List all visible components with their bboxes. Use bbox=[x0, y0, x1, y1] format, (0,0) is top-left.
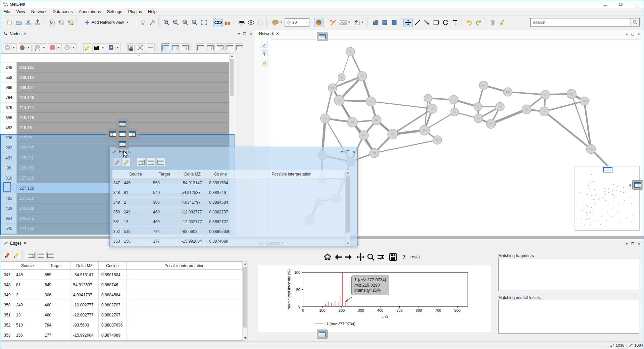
column-header-Source[interactable]: Source bbox=[13, 262, 42, 269]
save-project-as-button[interactable] bbox=[33, 18, 42, 27]
chevron-down-icon[interactable]: ▼ bbox=[26, 45, 31, 51]
table-green-4-button[interactable] bbox=[226, 43, 234, 52]
column-header-Possible interpretation[interactable]: Possible interpretation bbox=[235, 170, 348, 178]
yellow-pen-button[interactable] bbox=[122, 158, 130, 166]
menu-databases[interactable]: Databases bbox=[50, 8, 76, 15]
ring-circle-button[interactable]: ▼ bbox=[63, 43, 77, 52]
calculator-button[interactable] bbox=[127, 43, 135, 52]
minimize-button[interactable] bbox=[597, 0, 613, 8]
database-molecule-button[interactable] bbox=[380, 18, 389, 27]
column-header-id[interactable] bbox=[1, 262, 13, 269]
table-green-2-button[interactable] bbox=[206, 43, 215, 52]
close-button[interactable] bbox=[628, 0, 644, 8]
node-size-combo[interactable]: 30 ⌄ bbox=[285, 18, 309, 27]
edges-table-row[interactable]: 350249460-12.0027770.8882707 bbox=[1, 300, 248, 310]
search-button[interactable] bbox=[631, 18, 640, 27]
network-layout-button[interactable] bbox=[328, 18, 338, 27]
red-pen-button[interactable] bbox=[113, 158, 121, 166]
dock-menu-icon[interactable]: ▾ bbox=[341, 150, 343, 154]
edges-table-row[interactable]: 347445559-54.9131470.8901504 bbox=[1, 270, 248, 280]
pie-chart-button[interactable] bbox=[314, 18, 324, 27]
hide-items-button[interactable] bbox=[237, 18, 246, 27]
menu-annotations[interactable]: Annotations bbox=[76, 8, 104, 15]
edges-table-row[interactable]: 347445559-54.9131470.8901504 bbox=[112, 178, 350, 188]
edges-table-row[interactable]: 350249460-12.0027770.8882707 bbox=[112, 207, 350, 217]
dock-float-icon[interactable]: ❐ bbox=[631, 242, 634, 246]
fullscreen-button[interactable] bbox=[199, 18, 209, 27]
dock-float-icon[interactable]: ❐ bbox=[631, 33, 634, 36]
plot-zoom-button[interactable] bbox=[366, 252, 376, 262]
text-tool-button[interactable] bbox=[450, 18, 460, 27]
nodes-table-row[interactable]: 558209,118 bbox=[1, 72, 234, 83]
highlighter-button[interactable] bbox=[83, 43, 91, 52]
menu-settings[interactable]: Settings bbox=[104, 8, 125, 15]
nodes-table-row[interactable]: 764213,148 bbox=[1, 93, 234, 103]
save-project-button[interactable] bbox=[23, 18, 33, 27]
dock-indicator-window-top[interactable] bbox=[317, 32, 328, 41]
edges-table-row[interactable]: 352510784-93.56030.88807636 bbox=[1, 320, 248, 330]
close-icon[interactable]: ✕ bbox=[23, 241, 27, 245]
rect-tool-button[interactable] bbox=[432, 18, 441, 27]
table-column-button[interactable] bbox=[147, 158, 155, 166]
cluster-button[interactable] bbox=[136, 43, 145, 52]
chevron-down-icon[interactable]: ▼ bbox=[71, 45, 76, 51]
dock-close-icon[interactable]: ✕ bbox=[638, 33, 640, 36]
neighbors-button[interactable] bbox=[223, 18, 232, 27]
menu-file[interactable]: File bbox=[0, 8, 13, 15]
add-network-view-button[interactable]: Add Network view ▼ bbox=[80, 18, 134, 27]
floating-table-header[interactable]: SourceTargetDelta MZCosinePossible inter… bbox=[112, 170, 350, 178]
plot-subplots-button[interactable] bbox=[376, 252, 386, 262]
red-pen-button[interactable] bbox=[3, 251, 11, 259]
pin-button[interactable] bbox=[261, 50, 268, 57]
tools-button[interactable] bbox=[148, 18, 157, 27]
chevron-down-icon[interactable]: ▼ bbox=[101, 45, 105, 51]
database-bulb-button[interactable] bbox=[370, 18, 380, 27]
column-header-Source[interactable]: Source bbox=[121, 170, 150, 178]
floating-panel-titlebar[interactable]: Edges ▾❐✕ bbox=[110, 147, 357, 156]
node-resize-button[interactable]: ▼ bbox=[33, 43, 47, 52]
zoom-out-button[interactable] bbox=[171, 18, 181, 27]
column-header-id[interactable] bbox=[112, 170, 121, 178]
dock-indicator-window-right[interactable] bbox=[632, 180, 643, 190]
dock-menu-icon[interactable]: ▾ bbox=[626, 33, 628, 36]
ellipse-tool-button[interactable] bbox=[441, 18, 450, 27]
annotate-pencil-button[interactable] bbox=[261, 41, 268, 48]
search-input[interactable] bbox=[530, 18, 631, 27]
dock-indicator-left[interactable] bbox=[107, 129, 118, 139]
chevron-down-icon[interactable]: ▼ bbox=[115, 45, 120, 51]
dock-float-icon[interactable]: ❐ bbox=[346, 150, 349, 154]
open-project-button[interactable] bbox=[14, 18, 23, 27]
undo-button[interactable] bbox=[464, 18, 474, 27]
column-header-Possible interpretation[interactable]: Possible interpretation bbox=[127, 262, 243, 269]
table-borders-button[interactable] bbox=[161, 43, 170, 52]
nodes-table-row[interactable]: 966209,127 bbox=[1, 83, 234, 93]
matching-fragments-box[interactable] bbox=[498, 258, 639, 291]
table-borders-button[interactable] bbox=[137, 158, 146, 166]
close-icon[interactable]: ✕ bbox=[23, 32, 27, 36]
show-annotations-button[interactable] bbox=[138, 18, 148, 27]
edges-table-row[interactable]: 3488154954.9125370.888746 bbox=[112, 188, 350, 198]
lock-button[interactable] bbox=[261, 60, 268, 66]
edges-table-row[interactable]: 35113460-12.0027770.8882707 bbox=[112, 217, 350, 227]
dock-indicator-right[interactable] bbox=[127, 129, 138, 139]
zoom-in-button[interactable] bbox=[162, 18, 171, 27]
nodes-table-row[interactable]: 679214,121 bbox=[1, 103, 234, 113]
spectrum-figure[interactable]: 0100200300400500600700800050100m/zNormal… bbox=[258, 265, 491, 332]
palette-button[interactable]: ▼ bbox=[270, 18, 285, 27]
dock-indicator-top[interactable] bbox=[117, 119, 128, 129]
edges-table-header[interactable]: SourceTargetDelta MZCosinePossible inter… bbox=[1, 262, 248, 270]
link-nodes-button[interactable] bbox=[213, 18, 223, 27]
dock-close-icon[interactable]: ✕ bbox=[638, 242, 640, 246]
table-green-5-button[interactable] bbox=[235, 43, 244, 52]
table-column-button[interactable] bbox=[37, 251, 45, 259]
edges-table-row[interactable]: 35113460-12.0027770.8882707 bbox=[1, 310, 248, 320]
menu-view[interactable]: View bbox=[13, 8, 28, 15]
lookup-database-button[interactable]: ▼ bbox=[107, 43, 121, 52]
pie-color-button[interactable]: ▼ bbox=[18, 43, 32, 52]
yellow-pen-button[interactable] bbox=[12, 251, 20, 259]
table-green-1-button[interactable] bbox=[196, 43, 205, 52]
dash-button[interactable] bbox=[146, 43, 155, 52]
floating-table-scrollbar[interactable] bbox=[345, 170, 350, 246]
table-green-3-button[interactable] bbox=[216, 43, 225, 52]
dock-close-icon[interactable]: ✕ bbox=[353, 150, 355, 154]
